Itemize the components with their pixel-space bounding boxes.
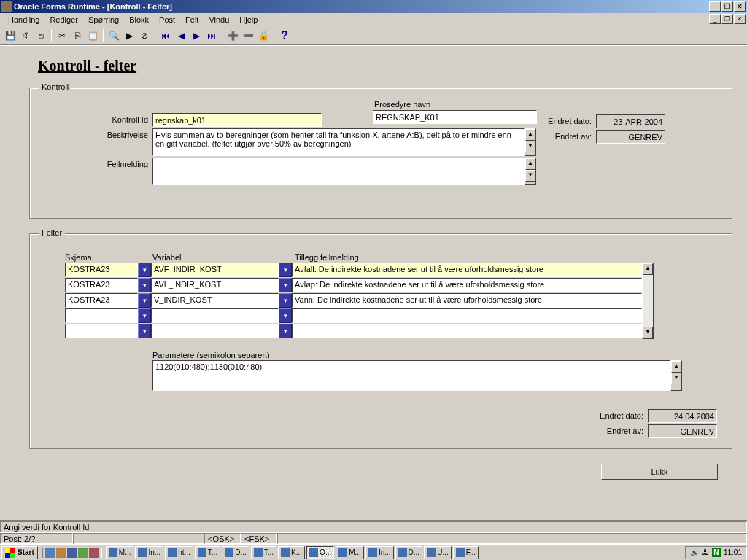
menu-vindu[interactable]: Vindu [204,14,234,26]
col-tillegg: Tillegg feilmelding [295,253,645,262]
delete-record-icon[interactable]: ➖ [241,28,255,43]
tray-icon[interactable]: 🖧 [702,548,709,556]
scroll-up-icon[interactable]: ▲ [671,361,681,373]
skjema-cell[interactable]: KOSTRA23 [65,278,138,292]
ql-icon[interactable] [45,548,55,558]
lov-button[interactable]: ▾ [279,293,292,308]
taskbar-item[interactable]: T... [195,546,220,559]
menu-post[interactable]: Post [154,14,180,26]
taskbar-item[interactable]: U... [424,546,452,559]
lov-button[interactable]: ▾ [279,308,292,323]
paste-icon[interactable]: 📋 [85,28,100,43]
ql-icon[interactable] [67,548,77,558]
taskbar-item[interactable]: In... [135,546,163,559]
taskbar-item[interactable]: F... [453,546,479,559]
last-record-icon[interactable]: ⏭ [204,28,219,43]
tillegg-cell[interactable] [292,324,642,338]
skjema-cell[interactable] [65,308,138,323]
scroll-up-icon[interactable]: ▲ [525,129,535,141]
query-exec-icon[interactable]: ▶ [122,28,136,43]
taskbar-item[interactable]: ht... [165,546,193,559]
skjema-cell[interactable] [65,324,138,338]
lov-button[interactable]: ▾ [279,262,292,277]
lov-button[interactable]: ▾ [138,293,151,308]
kontroll-id-input[interactable] [152,113,322,127]
close-button[interactable]: ✕ [734,1,746,12]
menu-sporring[interactable]: Spørring [83,14,124,26]
lov-button[interactable]: ▾ [138,308,151,323]
copy-icon[interactable]: ⎘ [70,28,85,43]
lukk-button[interactable]: Lukk [601,464,718,480]
mdi-minimize-button[interactable]: _ [709,14,721,24]
scroll-up-icon[interactable]: ▲ [525,158,535,170]
menu-handling[interactable]: Handling [3,14,44,26]
taskbar-item[interactable]: O... [306,546,334,559]
variabel-cell[interactable] [151,308,279,323]
taskbar-item[interactable]: D... [222,546,249,559]
variabel-cell[interactable]: AVL_INDIR_KOST [151,278,279,292]
prosedyre-input[interactable] [373,110,537,124]
exit-icon[interactable]: ⎋ [34,28,48,43]
ql-icon[interactable] [56,548,66,558]
skjema-cell[interactable]: KOSTRA23 [65,293,138,308]
tillegg-cell[interactable] [292,308,642,323]
feilmelding-textarea[interactable] [152,158,525,185]
tray-icon[interactable]: N [712,548,721,557]
parametere-textarea[interactable] [152,360,670,391]
grid-scrollbar[interactable]: ▲▼ [642,262,654,339]
tillegg-cell[interactable]: Avfall: De indirekte kostnadene ser ut t… [292,262,642,277]
scroll-down-icon[interactable]: ▼ [525,141,535,152]
print-icon[interactable]: 🖨 [18,28,33,43]
taskbar-item[interactable]: D... [395,546,423,559]
save-icon[interactable]: 💾 [3,28,18,43]
minimize-button[interactable]: _ [709,1,721,12]
maximize-button[interactable]: ❐ [721,1,733,12]
windows-logo-icon [5,548,15,558]
felter-endret-dato-label: Endret dato: [591,409,648,420]
tillegg-cell[interactable]: Avløp: De indirekte kostnadene ser ut ti… [292,278,642,292]
skjema-cell[interactable]: KOSTRA23 [65,262,138,277]
mdi-restore-button[interactable]: ❐ [721,14,733,24]
menu-blokk[interactable]: Blokk [124,14,154,26]
menu-hjelp[interactable]: Hjelp [234,14,263,26]
feilmelding-scrollbar[interactable]: ▲ ▼ [525,158,536,185]
query-enter-icon[interactable]: 🔍 [107,28,121,43]
variabel-cell[interactable]: V_INDIR_KOST [151,293,279,308]
taskbar-item[interactable]: M... [106,546,134,559]
lov-button[interactable]: ▾ [279,324,292,338]
lov-button[interactable]: ▾ [138,262,151,277]
beskrivelse-scrollbar[interactable]: ▲ ▼ [525,128,536,156]
lov-button[interactable]: ▾ [138,278,151,292]
next-record-icon[interactable]: ▶ [189,28,204,43]
taskbar-item[interactable]: T... [251,546,276,559]
scroll-down-icon[interactable]: ▼ [525,170,535,182]
menu-felt[interactable]: Felt [180,14,204,26]
tray-icon[interactable]: 🔊 [690,548,699,556]
insert-record-icon[interactable]: ➕ [225,28,240,43]
taskbar-item[interactable]: K... [278,546,305,559]
prev-record-icon[interactable]: ◀ [174,28,188,43]
scroll-down-icon[interactable]: ▼ [643,327,653,338]
beskrivelse-textarea[interactable] [152,128,525,156]
cut-icon[interactable]: ✂ [55,28,69,43]
taskbar-item[interactable]: In... [365,546,394,559]
scroll-up-icon[interactable]: ▲ [643,263,653,275]
lov-button[interactable]: ▾ [138,324,151,338]
query-cancel-icon[interactable]: ⊘ [137,28,152,43]
ql-icon[interactable] [89,548,99,558]
variabel-cell[interactable] [151,324,279,338]
ql-icon[interactable] [78,548,88,558]
start-button[interactable]: Start [1,546,38,559]
mdi-close-button[interactable]: ✕ [734,14,746,24]
first-record-icon[interactable]: ⏮ [158,28,173,43]
parametere-scrollbar[interactable]: ▲ ▼ [670,360,682,391]
tillegg-cell[interactable]: Vann: De indirekte kostnadene ser ut til… [292,293,642,308]
menu-rediger[interactable]: Rediger [44,14,83,26]
scroll-down-icon[interactable]: ▼ [671,373,681,384]
page-title: Kontroll - felter [38,58,738,74]
lock-record-icon[interactable]: 🔒 [256,28,271,43]
taskbar-item[interactable]: M... [336,546,364,559]
lov-button[interactable]: ▾ [279,278,292,292]
variabel-cell[interactable]: AVF_INDIR_KOST [151,262,279,277]
help-icon[interactable]: ? [277,28,292,43]
